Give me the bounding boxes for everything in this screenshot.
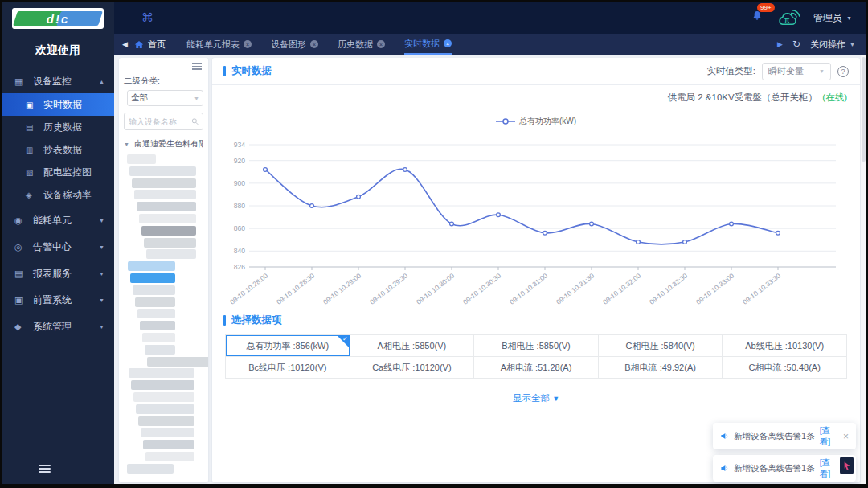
data-point[interactable] (450, 222, 454, 226)
speaker-icon (720, 463, 729, 474)
topbar: ⌘ 99+ π 管理员 ▼ (114, 2, 866, 34)
logo-text: d!c (47, 12, 70, 26)
data-point[interactable] (403, 168, 407, 172)
meter-data-icon: ▥ (26, 146, 38, 154)
data-point[interactable] (497, 213, 501, 217)
data-item-cell[interactable]: A相电流 :51.28(A) (474, 357, 599, 379)
data-item-cell[interactable]: B相电压 :5850(V) (474, 335, 599, 357)
home-icon (134, 40, 144, 49)
sidebar-item-front-system[interactable]: ▣ 前置系统 ▼ (2, 288, 114, 312)
tab-device-graphics[interactable]: 设备图形 × (271, 34, 318, 55)
close-tab-icon[interactable]: × (310, 40, 318, 48)
data-point[interactable] (357, 195, 361, 199)
svg-text:900: 900 (234, 179, 245, 187)
redacted-tree-item (141, 428, 194, 437)
data-point[interactable] (683, 240, 687, 244)
device-search-input[interactable] (129, 117, 191, 126)
x-axis-label: 09-10 10:33:30 (741, 272, 782, 306)
close-tab-icon[interactable]: × (377, 40, 385, 48)
device-search-box (124, 113, 203, 130)
sidebar-item-realtime-data[interactable]: ▣ 实时数据 (2, 93, 114, 116)
data-point[interactable] (310, 204, 314, 208)
sidebar-item-meter-data[interactable]: ▥ 抄表数据 (2, 138, 114, 161)
redacted-tree-item (145, 345, 175, 355)
alarm-toast: 新增设备离线告警1条 [查看] × (713, 455, 856, 482)
data-point[interactable] (730, 222, 734, 226)
apps-grid-icon[interactable]: ⌘ (141, 10, 154, 25)
close-icon[interactable]: × (843, 431, 849, 442)
collapse-sidebar-button[interactable] (39, 465, 51, 474)
chevron-down-icon: ▼ (846, 15, 852, 21)
data-item-label: C相电压 :5840(V) (625, 340, 694, 352)
data-item-cell[interactable]: 总有功功率 :856(kW)✓ (226, 335, 350, 357)
data-point[interactable] (543, 231, 547, 235)
x-axis-label: 09-10 10:28:30 (275, 272, 316, 306)
tab-home[interactable]: 首页 (134, 39, 166, 51)
x-axis-label: 09-10 10:32:00 (601, 272, 642, 306)
data-item-label: B相电流 :49.92(A) (624, 362, 696, 374)
data-item-cell[interactable]: C相电压 :5840(V) (599, 335, 723, 357)
value-type-select[interactable]: 瞬时变量 ▼ (762, 63, 831, 80)
data-item-cell[interactable]: Bc线电压 :10120(V) (226, 357, 350, 379)
x-axis-label: 09-10 10:29:00 (321, 272, 362, 306)
data-point[interactable] (637, 240, 641, 244)
user-menu[interactable]: 管理员 ▼ (813, 11, 852, 25)
sidebar-item-device-monitor[interactable]: ▦ 设备监控 ▲ (2, 69, 114, 93)
sidebar-item-system-management[interactable]: ◆ 系统管理 ▼ (2, 314, 114, 338)
alarm-icon: ◎ (14, 242, 27, 252)
data-item-cell[interactable]: Ab线电压 :10130(V) (723, 335, 847, 357)
sidebar-item-report-service[interactable]: ▤ 报表服务 ▼ (2, 261, 114, 285)
data-point[interactable] (264, 168, 268, 172)
help-icon[interactable]: ? (837, 66, 849, 77)
energy-unit-icon: ◉ (14, 215, 27, 226)
cursor-indicator (840, 457, 854, 474)
tab-realtime-data[interactable]: 实时数据 × (404, 34, 452, 55)
sidebar-item-utilization-rate[interactable]: ◈ 设备稼动率 (2, 183, 114, 206)
redacted-tree-item (145, 452, 194, 461)
line-chart: 93492090088086084082609-10 10:28:0009-10… (225, 133, 847, 315)
realtime-data-icon: ▣ (26, 100, 38, 109)
tab-energy-unit-report[interactable]: 能耗单元报表 × (186, 34, 252, 55)
chevron-up-icon: ▲ (99, 79, 104, 84)
sidebar-item-power-distribution[interactable]: ▧ 配电监控图 (2, 161, 114, 183)
x-axis-label: 09-10 10:30:00 (415, 272, 456, 306)
data-item-cell[interactable]: C相电流 :50.48(A) (723, 357, 847, 379)
value-type-label: 实时值类型: (706, 65, 755, 77)
history-data-icon: ▤ (26, 123, 38, 132)
category-select[interactable]: 全部 ▼ (127, 90, 203, 106)
tab-bar: ◀ 首页 能耗单元报表 × 设备图形 × 历史数据 × 实时数据 × ▶ ↻ 关… (114, 34, 866, 55)
tree-root-node[interactable]: ▼ 南通迪爱生色料有限公 (124, 138, 203, 150)
report-icon: ▤ (14, 269, 27, 279)
chart-legend[interactable]: 总有功功率(kW) (212, 116, 860, 127)
cloud-pi-logo-icon: π (776, 9, 800, 27)
show-all-button[interactable]: 显示全部 ▼ (212, 392, 860, 404)
x-axis-label: 09-10 10:33:00 (694, 272, 735, 306)
data-point[interactable] (590, 222, 594, 226)
tabs-scroll-left-icon[interactable]: ◀ (122, 40, 128, 48)
data-point[interactable] (776, 231, 780, 235)
close-operation-dropdown[interactable]: 关闭操作 ▼ (810, 39, 855, 51)
data-item-label: A相电压 :5850(V) (378, 340, 447, 352)
data-item-cell[interactable]: A相电压 :5850(V) (350, 335, 475, 357)
sidebar-item-energy-unit[interactable]: ◉ 能耗单元 ▼ (2, 208, 114, 232)
close-tab-icon[interactable]: × (444, 39, 452, 47)
scrollbar-thumb[interactable] (862, 57, 866, 162)
notification-bell[interactable]: 99+ (751, 10, 764, 26)
close-tab-icon[interactable]: × (244, 40, 252, 48)
toast-view-link[interactable]: [查看] (820, 425, 838, 448)
refresh-icon[interactable]: ↻ (792, 39, 800, 50)
sidebar-item-alarm-center[interactable]: ◎ 告警中心 ▼ (2, 235, 114, 259)
redacted-tree-item (139, 214, 196, 223)
tabs-scroll-right-icon[interactable]: ▶ (777, 40, 783, 48)
data-item-cell[interactable]: B相电流 :49.92(A) (599, 357, 723, 379)
tree-menu-icon[interactable] (192, 63, 202, 72)
redacted-tree-item (142, 333, 175, 342)
brand-logo: d!c (12, 8, 104, 29)
sidebar: d!c 欢迎使用 ▦ 设备监控 ▲ ▣ 实时数据 ▤ 历史数据 ▥ 抄表数据 ▧ (2, 2, 114, 484)
toast-view-link[interactable]: [查看] (820, 457, 838, 480)
redacted-tree-item (137, 309, 175, 318)
data-item-cell[interactable]: Ca线电压 :10120(V) (350, 357, 475, 379)
tab-history-data[interactable]: 历史数据 × (338, 34, 385, 55)
sidebar-item-history-data[interactable]: ▤ 历史数据 (2, 116, 114, 138)
data-item-label: A相电流 :51.28(A) (501, 362, 572, 374)
